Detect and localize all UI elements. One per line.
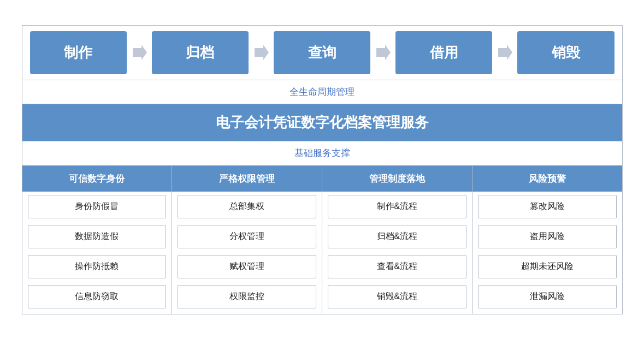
columns-section: 可信数字身份身份防假冒数据防造假操作防抵赖信息防窃取严格权限管理总部集权分权管理… <box>22 165 622 314</box>
flow-arrow-icon <box>492 43 517 62</box>
col-header-3: 风险预警 <box>472 166 622 192</box>
flow-step-2: 查询 <box>274 31 370 74</box>
col-1-item-3: 权限监控 <box>178 285 316 308</box>
col-2-item-0: 制作&流程 <box>328 195 466 218</box>
col-2-item-2: 查看&流程 <box>328 255 466 278</box>
col-header-2: 管理制度落地 <box>322 166 472 192</box>
col-header-1: 严格权限管理 <box>172 166 322 192</box>
flow-step-1: 归档 <box>152 31 249 74</box>
flow-arrow-icon <box>249 43 274 62</box>
flow-row: 制作 归档 查询 借用 销毁 <box>22 26 622 80</box>
col-3-item-0: 篡改风险 <box>478 195 617 218</box>
column-3: 风险预警篡改风险盗用风险超期未还风险泄漏风险 <box>472 166 622 314</box>
column-0: 可信数字身份身份防假冒数据防造假操作防抵赖信息防窃取 <box>22 166 173 314</box>
svg-marker-3 <box>498 45 512 60</box>
col-1-item-1: 分权管理 <box>178 225 316 248</box>
base-support-label: 基础服务支撑 <box>22 141 622 165</box>
col-header-0: 可信数字身份 <box>22 166 172 192</box>
flow-step-0: 制作 <box>30 31 127 74</box>
col-2-item-3: 销毁&流程 <box>328 285 466 308</box>
col-3-item-1: 盗用风险 <box>478 225 617 248</box>
col-0-item-1: 数据防造假 <box>28 225 167 248</box>
col-1-item-2: 赋权管理 <box>178 255 316 278</box>
diagram-container: 制作 归档 查询 借用 销毁 全生命周期管理 电子会计凭证数字化档案管理服务 基… <box>22 25 623 314</box>
svg-marker-1 <box>255 45 269 60</box>
flow-step-3: 借用 <box>395 31 492 74</box>
col-3-item-3: 泄漏风险 <box>478 285 617 308</box>
main-title: 电子会计凭证数字化档案管理服务 <box>22 104 622 141</box>
flow-arrow-icon <box>370 43 395 62</box>
col-1-item-0: 总部集权 <box>178 195 316 218</box>
col-0-item-0: 身份防假冒 <box>28 195 167 218</box>
column-2: 管理制度落地制作&流程归档&流程查看&流程销毁&流程 <box>322 166 472 314</box>
col-2-item-1: 归档&流程 <box>328 225 466 248</box>
flow-step-4: 销毁 <box>517 31 614 74</box>
column-1: 严格权限管理总部集权分权管理赋权管理权限监控 <box>172 166 322 314</box>
svg-marker-2 <box>376 45 391 60</box>
lifecycle-label: 全生命周期管理 <box>22 80 622 104</box>
flow-arrow-icon <box>127 43 152 62</box>
svg-marker-0 <box>133 45 147 60</box>
col-0-item-2: 操作防抵赖 <box>28 255 167 278</box>
col-3-item-2: 超期未还风险 <box>478 255 617 278</box>
col-0-item-3: 信息防窃取 <box>28 285 167 308</box>
